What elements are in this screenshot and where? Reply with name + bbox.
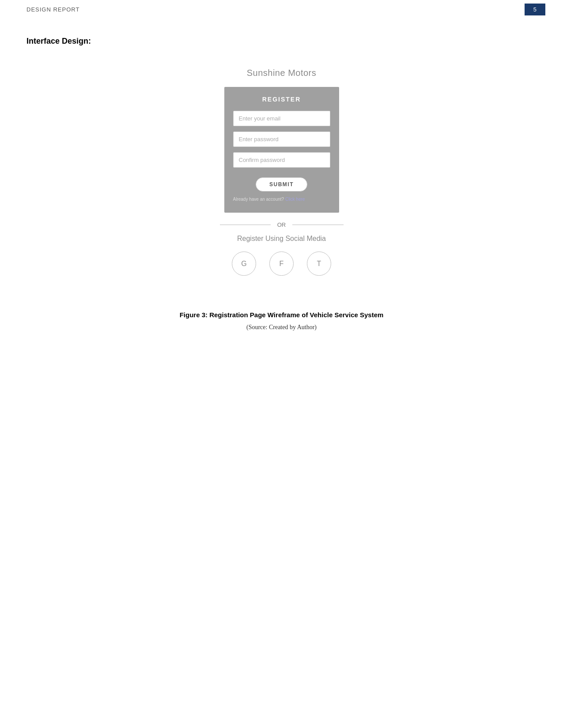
- twitter-icon-button[interactable]: T: [307, 251, 331, 276]
- already-account-text: Already have an account? Click here: [233, 197, 330, 202]
- register-header: REGISTER: [233, 96, 330, 103]
- facebook-icon-button[interactable]: F: [269, 251, 294, 276]
- header-title: DESIGN REPORT: [26, 6, 79, 13]
- figure-caption: Figure 3: Registration Page Wireframe of…: [153, 311, 410, 331]
- google-icon-button[interactable]: G: [232, 251, 256, 276]
- figure-caption-title: Figure 3: Registration Page Wireframe of…: [180, 311, 384, 319]
- or-line-right: [292, 225, 343, 225]
- confirm-password-input[interactable]: [233, 152, 330, 168]
- section-heading: Interface Design:: [0, 19, 563, 55]
- header-bar: DESIGN REPORT 5: [0, 0, 563, 19]
- password-input[interactable]: [233, 131, 330, 147]
- submit-button[interactable]: SUBMIT: [256, 177, 307, 191]
- social-icons-container: G F T: [232, 251, 331, 276]
- or-divider: OR: [220, 221, 344, 228]
- click-here-link[interactable]: Click here: [285, 197, 305, 202]
- email-input[interactable]: [233, 111, 330, 126]
- register-card: REGISTER SUBMIT Already have an account?…: [224, 87, 339, 213]
- or-text: OR: [277, 221, 286, 228]
- page-number: 5: [525, 4, 545, 15]
- social-label: Register Using Social Media: [237, 235, 326, 243]
- figure-caption-source: (Source: Created by Author): [180, 324, 384, 331]
- main-content: Sunshine Motors REGISTER SUBMIT Already …: [0, 55, 563, 331]
- or-line-left: [220, 225, 271, 225]
- app-title: Sunshine Motors: [247, 68, 317, 78]
